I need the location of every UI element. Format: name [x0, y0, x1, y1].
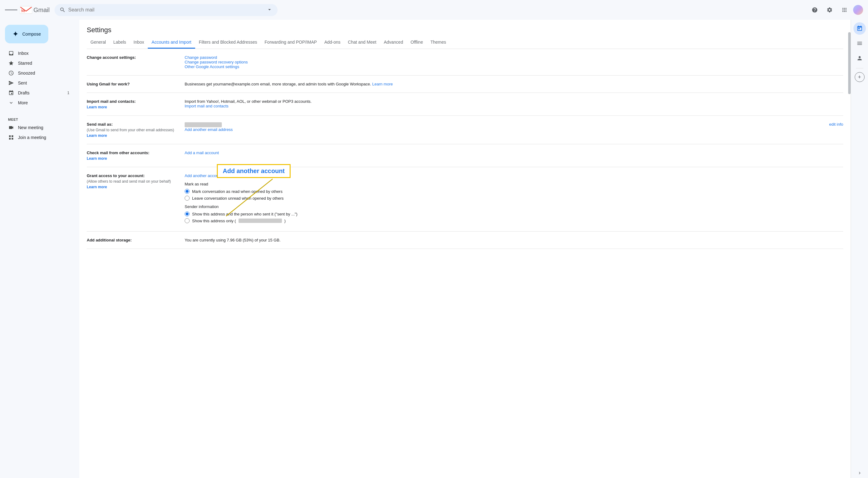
show-only-option[interactable]: Show this address only ( ): [185, 218, 843, 223]
sender-info-radio-group: Show this address and the person who sen…: [185, 212, 843, 223]
settings-button[interactable]: [824, 4, 836, 16]
contacts-icon: [857, 55, 863, 61]
compose-button[interactable]: ✦ Compose: [5, 25, 48, 43]
tab-advanced[interactable]: Advanced: [380, 36, 407, 49]
help-icon: [812, 7, 818, 13]
draft-icon: [8, 90, 14, 96]
video-icon: [8, 124, 14, 131]
gmail-work-label: Using Gmail for work?: [87, 82, 180, 86]
avatar[interactable]: [853, 5, 863, 15]
add-storage-label: Add additional storage:: [87, 238, 180, 243]
leave-unread-radio[interactable]: [185, 196, 190, 201]
sidebar-item-new-meeting[interactable]: New meeting: [0, 123, 74, 132]
mark-read-option[interactable]: Mark conversation as read when opened by…: [185, 189, 843, 194]
tab-forwarding[interactable]: Forwarding and POP/IMAP: [261, 36, 321, 49]
right-panel-bottom: [857, 471, 862, 476]
google-account-link[interactable]: Other Google Account settings: [185, 64, 239, 69]
tab-general[interactable]: General: [87, 36, 110, 49]
mark-as-read-label: Mark as read: [185, 182, 843, 186]
settings-title: Settings: [87, 20, 843, 36]
sidebar-item-inbox[interactable]: Inbox: [0, 48, 74, 58]
top-bar-right: [808, 4, 863, 16]
send-icon: [8, 80, 14, 86]
add-email-address-link[interactable]: Add another email address: [185, 127, 232, 132]
gmail-m-icon: M: [20, 6, 32, 14]
tasks-panel-icon[interactable]: [854, 37, 866, 50]
tab-inbox[interactable]: Inbox: [130, 36, 148, 49]
tab-chat[interactable]: Chat and Meet: [344, 36, 380, 49]
search-input[interactable]: [68, 7, 264, 13]
tab-themes[interactable]: Themes: [427, 36, 450, 49]
sidebar: ✦ Compose Inbox Starred: [0, 20, 79, 478]
sidebar-item-sent[interactable]: Sent: [0, 78, 74, 88]
gmail-logo[interactable]: M Gmail: [20, 6, 50, 14]
add-mail-account-link[interactable]: Add a mail account: [185, 151, 219, 155]
sidebar-item-more[interactable]: More: [0, 98, 74, 108]
leave-unread-option[interactable]: Leave conversation unread when opened by…: [185, 196, 843, 201]
sender-info-section: Sender information Show this address and…: [185, 204, 843, 223]
send-mail-label: Send mail as: (Use Gmail to send from yo…: [87, 122, 180, 138]
add-another-account-link[interactable]: Add another account: [185, 173, 222, 178]
mark-as-read-radio-group: Mark conversation as read when opened by…: [185, 189, 843, 201]
check-accounts-label: Check mail from other accounts: Learn mo…: [87, 151, 180, 161]
starred-label: Starred: [18, 61, 69, 66]
gmail-text: Gmail: [33, 6, 50, 13]
svg-text:M: M: [21, 8, 25, 13]
right-panel-add-button[interactable]: +: [855, 72, 865, 82]
tab-offline[interactable]: Offline: [407, 36, 427, 49]
tab-filters[interactable]: Filters and Blocked Addresses: [195, 36, 261, 49]
import-learn-more-link[interactable]: Learn more: [87, 105, 180, 109]
grant-access-sublabel: (Allow others to read and send mail on y…: [87, 179, 180, 184]
show-both-option[interactable]: Show this address and the person who sen…: [185, 212, 843, 216]
gmail-work-learn-more-link[interactable]: Learn more: [372, 82, 393, 86]
more-chevron-icon: [8, 100, 14, 106]
grant-access-learn-more-link[interactable]: Learn more: [87, 185, 180, 189]
import-mail-label: Import mail and contacts: Learn more: [87, 99, 180, 109]
import-mail-link[interactable]: Import mail and contacts: [185, 104, 228, 108]
mark-read-label: Mark conversation as read when opened by…: [192, 189, 282, 194]
send-mail-learn-more-link[interactable]: Learn more: [87, 133, 180, 138]
edit-info-link[interactable]: edit info: [829, 122, 843, 127]
apps-button[interactable]: [838, 4, 851, 16]
change-account-row: Change account settings: Change password…: [87, 49, 843, 75]
change-recovery-link[interactable]: Change password recovery options: [185, 60, 248, 64]
show-both-radio[interactable]: [185, 212, 190, 216]
check-accounts-content: Add a mail account: [185, 151, 843, 161]
search-chevron-icon[interactable]: [267, 6, 273, 13]
drafts-badge: 1: [67, 91, 69, 95]
settings-icon: [827, 7, 833, 13]
send-mail-sublabel: (Use Gmail to send from your other email…: [87, 128, 180, 132]
send-mail-address-area: [185, 122, 222, 127]
storage-text: You are currently using 7.96 GB (53%) of…: [185, 238, 281, 243]
send-mail-content: edit info Add another email address: [185, 122, 843, 138]
sidebar-item-snoozed[interactable]: Snoozed: [0, 68, 74, 78]
drafts-label: Drafts: [18, 90, 63, 95]
show-only-label: Show this address only (: [192, 219, 236, 223]
calendar-panel-icon[interactable]: [854, 22, 866, 35]
send-mail-address-blurred: [185, 122, 222, 127]
scrollbar-track[interactable]: [848, 20, 851, 478]
hamburger-button[interactable]: [5, 4, 17, 16]
tab-addons[interactable]: Add-ons: [321, 36, 344, 49]
sidebar-item-starred[interactable]: Starred: [0, 58, 74, 68]
search-icon: [60, 7, 66, 13]
tab-labels[interactable]: Labels: [110, 36, 130, 49]
tasks-icon: [857, 40, 863, 46]
show-only-radio[interactable]: [185, 218, 190, 223]
mark-read-radio[interactable]: [185, 189, 190, 194]
change-account-label: Change account settings:: [87, 55, 180, 69]
leave-unread-label: Leave conversation unread when opened by…: [192, 196, 284, 201]
change-account-content: Change password Change password recovery…: [185, 55, 843, 69]
sidebar-item-drafts[interactable]: Drafts 1: [0, 88, 74, 98]
grant-access-row: Grant access to your account: (Allow oth…: [87, 167, 843, 231]
help-button[interactable]: [808, 4, 821, 16]
show-only-suffix: ): [284, 219, 286, 223]
change-password-link[interactable]: Change password: [185, 55, 217, 60]
scrollbar-thumb[interactable]: [848, 32, 851, 94]
gmail-work-text: Businesses get yourname@example.com emai…: [185, 82, 371, 86]
check-accounts-learn-more-link[interactable]: Learn more: [87, 156, 180, 161]
app-container: M Gmail: [0, 0, 868, 478]
contacts-panel-icon[interactable]: [854, 52, 866, 64]
tab-accounts[interactable]: Accounts and Import: [148, 36, 195, 49]
sidebar-item-join-meeting[interactable]: Join a meeting: [0, 132, 74, 142]
